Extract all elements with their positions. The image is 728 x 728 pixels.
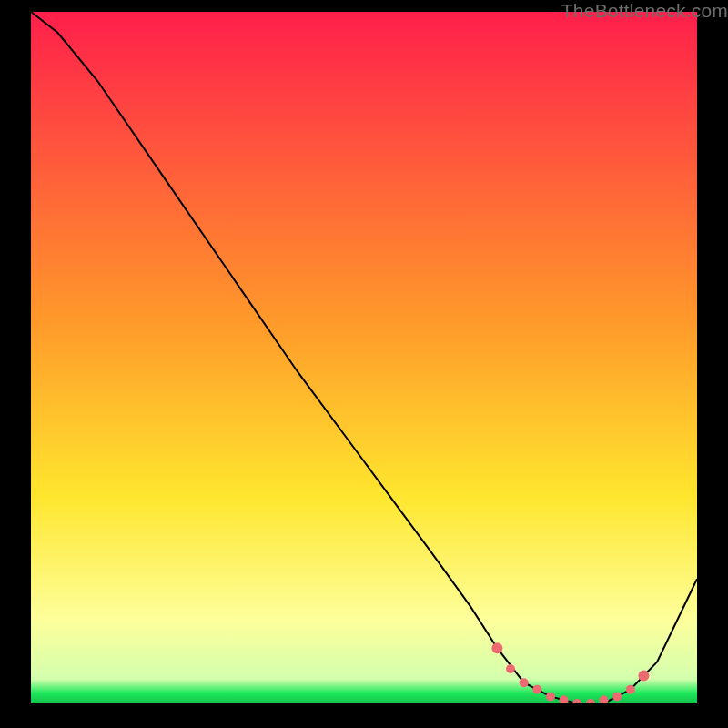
marker-dot [546,692,555,701]
marker-dot [532,685,541,694]
gradient-background [31,12,697,703]
bottleneck-chart [31,12,697,703]
chart-frame [31,12,697,703]
marker-dot [506,664,515,673]
marker-dot [612,692,622,701]
marker-dot [638,671,649,682]
attribution-text: TheBottleneck.com [561,0,728,22]
marker-dot [626,685,635,694]
marker-dot [491,642,502,653]
marker-dot [520,678,529,687]
